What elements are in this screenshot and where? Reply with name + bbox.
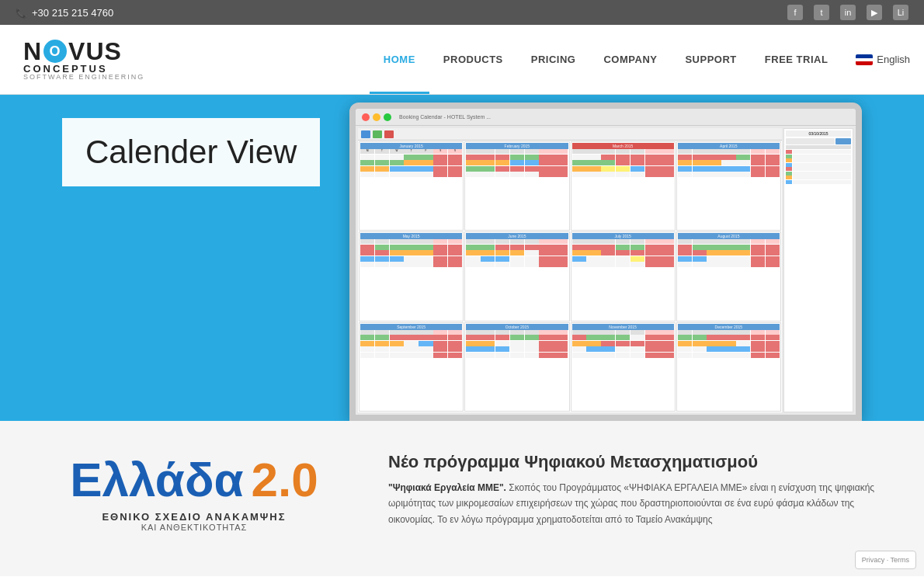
minimize-btn[interactable]: [373, 113, 380, 121]
data-row: [786, 180, 851, 184]
header: NOVUS CONCEPTUS SOFTWARE ENGINEERING HOM…: [0, 25, 924, 95]
data-row: [786, 167, 851, 171]
program-bold-label: "Ψηφιακά Εργαλεία ΜΜΕ".: [388, 482, 506, 493]
maximize-btn[interactable]: [384, 113, 391, 121]
social-links: f t in ▶ Li: [787, 5, 908, 20]
facebook-icon[interactable]: f: [787, 5, 803, 20]
calendar-main: January 2015 M T W T F S S: [358, 128, 782, 412]
instagram-icon[interactable]: in: [840, 5, 856, 20]
nav-pricing[interactable]: PRICING: [517, 25, 590, 94]
logo-circle-o: O: [43, 40, 67, 63]
month-dec: December 2015: [676, 322, 781, 412]
flag-icon: [856, 54, 873, 65]
linkedin-icon[interactable]: Li: [893, 5, 908, 20]
legend-header: [786, 145, 851, 149]
hero-title: Calender View: [85, 134, 297, 171]
month-jun: June 2015: [464, 231, 569, 321]
month-aug: August 2015: [676, 231, 781, 321]
bottom-section: Ελλάδα 2.0 ΕΘΝΙΚΟ ΣΧΕΔΙΟ ΑΝΑΚΑΜΨΗΣ ΚΑΙ Α…: [0, 421, 924, 576]
calendar-toolbar: [358, 128, 782, 141]
program-text: "Ψηφιακά Εργαλεία ΜΜΕ". Σκοπός του Προγρ…: [388, 480, 893, 527]
hero-text-box: Calender View: [62, 118, 320, 186]
hero-section: Calender View Booking Calendar - HOTEL S…: [0, 95, 924, 421]
data-row: [786, 158, 851, 162]
data-row: [786, 163, 851, 167]
month-may: May 2015: [359, 231, 464, 321]
logo[interactable]: NOVUS CONCEPTUS SOFTWARE ENGINEERING: [23, 39, 144, 81]
ellada-block: Ελλάδα 2.0 ΕΘΝΙΚΟ ΣΧΕΔΙΟ ΑΝΑΚΑΜΨΗΣ ΚΑΙ Α…: [31, 452, 357, 545]
toolbar-btn-3[interactable]: [384, 130, 394, 138]
logo-name-bottom: CONCEPTUS: [23, 64, 144, 74]
monitor-container: Booking Calendar - HOTEL System ...: [349, 103, 877, 421]
language-selector[interactable]: English: [842, 25, 924, 94]
ellada-subtitle2: ΚΑΙ ΑΝΘΕΚΤΙΚΟΤΗΤΑΣ: [141, 523, 248, 532]
toolbar-btn-1[interactable]: [361, 130, 370, 138]
nav-products[interactable]: PRODUCTS: [429, 25, 517, 94]
phone-icon: [16, 7, 27, 19]
month-mar: March 2015: [571, 141, 676, 231]
month-feb: February 2015: [464, 141, 569, 231]
logo-name-top: NOVUS: [23, 39, 144, 64]
data-row: [786, 176, 851, 179]
language-label: English: [877, 54, 910, 65]
top-bar: +30 215 215 4760 f t in ▶ Li: [0, 0, 924, 25]
ellada-subtitle: ΕΘΝΙΚΟ ΣΧΕΔΙΟ ΑΝΑΚΑΜΨΗΣ: [102, 511, 286, 523]
data-row: [786, 172, 851, 176]
window-title-bar: Booking Calendar - HOTEL System ...: [356, 109, 856, 126]
top-bar-left: +30 215 215 4760: [16, 7, 113, 19]
nav-company[interactable]: COMPANY: [589, 25, 671, 94]
close-btn[interactable]: [362, 113, 370, 121]
recaptcha-text: Privacy · Terms: [862, 556, 909, 564]
ellada-greek-title: Ελλάδα: [70, 456, 243, 504]
nav-free-trial[interactable]: FREE TRIAL: [751, 25, 842, 94]
nav-home[interactable]: HOME: [370, 25, 429, 94]
main-nav: HOME PRODUCTS PRICING COMPANY SUPPORT FR…: [186, 25, 924, 94]
month-jan: January 2015 M T W T F S S: [359, 141, 464, 231]
monitor: Booking Calendar - HOTEL System ...: [349, 103, 862, 421]
program-title: Νέο πρόγραμμα Ψηφιακού Μετασχηματισμού: [388, 452, 893, 472]
toolbar-btn-2[interactable]: [373, 130, 382, 138]
month-sep: September 2015: [359, 322, 464, 412]
month-jul: July 2015: [571, 231, 676, 321]
data-rows: [786, 150, 851, 184]
date-display: 03/10/2015: [786, 130, 851, 137]
data-row: [786, 155, 851, 158]
recaptcha-badge: Privacy · Terms: [855, 551, 916, 569]
ellada-title-row: Ελλάδα 2.0: [70, 452, 318, 507]
month-apr: April 2015: [676, 141, 781, 231]
logo-tagline: SOFTWARE ENGINEERING: [23, 74, 144, 81]
ellada-version: 2.0: [252, 452, 318, 507]
monitor-screen: Booking Calendar - HOTEL System ...: [356, 109, 856, 415]
side-panel: 03/10/2015: [783, 128, 853, 412]
data-row: [786, 150, 851, 154]
calendar-view: January 2015 M T W T F S S: [356, 126, 856, 415]
month-nov: November 2015: [571, 322, 676, 412]
nav-support[interactable]: SUPPORT: [671, 25, 750, 94]
logo-area: NOVUS CONCEPTUS SOFTWARE ENGINEERING: [0, 25, 186, 94]
filter-row: [786, 138, 851, 144]
twitter-icon[interactable]: t: [814, 5, 829, 20]
program-block: Νέο πρόγραμμα Ψηφιακού Μετασχηματισμού "…: [388, 452, 893, 545]
month-oct: October 2015: [464, 322, 569, 412]
phone-number: +30 215 215 4760: [32, 7, 113, 19]
months-grid: January 2015 M T W T F S S: [358, 141, 782, 412]
window-title: Booking Calendar - HOTEL System ...: [399, 114, 491, 120]
youtube-icon[interactable]: ▶: [867, 5, 882, 20]
month-jan-grid: M T W T F S S: [360, 149, 462, 177]
month-jan-header: January 2015: [360, 143, 462, 149]
